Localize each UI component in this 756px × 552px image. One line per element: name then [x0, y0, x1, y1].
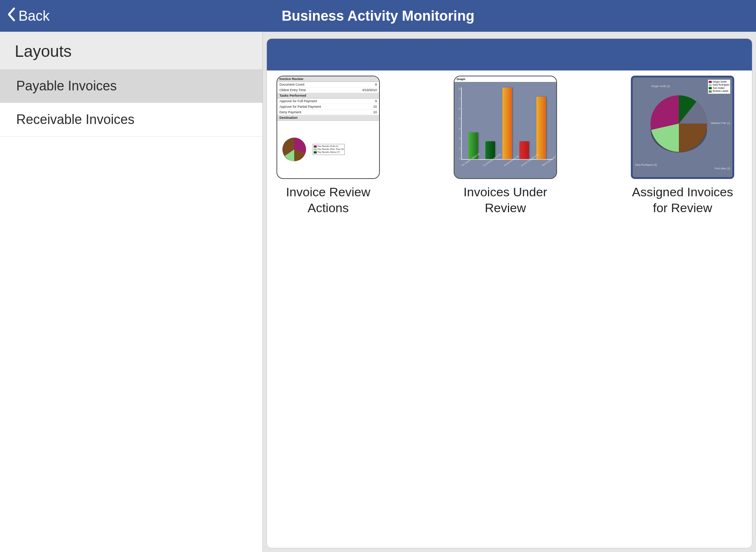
mini-section-title: Invoice Review: [277, 76, 379, 82]
bar: [502, 87, 512, 159]
bar-xlabels: File System (Start) (3) Purchasing Agent…: [461, 161, 553, 175]
pie-slice-label: Ginger Smith (1): [651, 85, 670, 87]
chevron-left-icon: [7, 7, 18, 25]
mini-row: Deny Payment10: [277, 110, 379, 115]
mini-row: Approve for Partial Payment15: [277, 104, 379, 110]
bar: [536, 97, 546, 159]
layout-thumbnail: Invoice Review Document Count8 Oldest En…: [276, 76, 380, 179]
mini-section-title: Destination: [277, 115, 379, 121]
sidebar-section-label: Layouts: [0, 32, 262, 69]
pie-icon: [279, 135, 309, 164]
bar-plot: [461, 87, 553, 160]
bar-yaxis: 8 7 6 5 4 3 2 1: [456, 87, 460, 160]
mini-section-title: Tasks Performed: [277, 93, 379, 99]
pie-icon: [647, 92, 710, 155]
pie-slice-label: Matthew Fritz (1): [711, 122, 730, 124]
mini-row: Document Count8: [277, 82, 379, 87]
bar: [519, 141, 529, 159]
sidebar-item-payable-invoices[interactable]: Payable Invoices: [0, 69, 262, 103]
mini-row: Approve for Full Payment9: [277, 99, 379, 104]
app-body: Layouts Payable Invoices Receivable Invo…: [0, 32, 756, 552]
layout-thumbnail: Ginger Smith Gary Rodriguez Tom Hollen A…: [631, 76, 734, 179]
bar: [485, 141, 495, 159]
layout-tile-assigned-invoices-for-review[interactable]: Ginger Smith Gary Rodriguez Tom Hollen A…: [631, 76, 734, 215]
thumb-tab-label: Graph: [454, 76, 556, 82]
sidebar-item-receivable-invoices[interactable]: Receivable Invoices: [0, 103, 262, 137]
sidebar-item-label: Receivable Invoices: [16, 112, 134, 127]
layout-tile-label: Assigned Invoices for Review: [631, 184, 734, 215]
sidebar-item-label: Payable Invoices: [16, 78, 117, 93]
pie-slice-label: Gary Rodriguez (2): [635, 163, 657, 166]
content-wrap: Invoice Review Document Count8 Oldest En…: [263, 32, 756, 552]
back-button[interactable]: Back: [0, 7, 49, 25]
mini-report: Invoice Review Document Count8 Oldest En…: [277, 76, 379, 178]
layout-grid: Invoice Review Document Count8 Oldest En…: [267, 70, 752, 548]
app-header: Back Business Activity Monitoring: [0, 0, 756, 32]
layout-tile-invoices-under-review[interactable]: Graph 8 7 6 5 4 3 2 1: [454, 76, 557, 215]
layout-thumbnail: Graph 8 7 6 5 4 3 2 1: [454, 76, 557, 179]
layout-tile-invoice-review-actions[interactable]: Invoice Review Document Count8 Oldest En…: [276, 76, 380, 215]
back-button-label: Back: [18, 8, 49, 24]
mini-legend: Pay Results (Full) (1) Pay Results (Part…: [313, 144, 345, 155]
sidebar: Layouts Payable Invoices Receivable Invo…: [0, 32, 263, 552]
mini-row: Oldest Entry Time4/19/2010: [277, 87, 379, 93]
layout-tile-label: Invoice Review Actions: [276, 184, 380, 215]
content-card-header: [267, 39, 752, 70]
pie-legend: Ginger Smith Gary Rodriguez Tom Hollen A…: [708, 80, 730, 94]
layout-tile-label: Invoices Under Review: [454, 184, 557, 215]
page-title: Business Activity Monitoring: [0, 8, 756, 24]
content-card: Invoice Review Document Count8 Oldest En…: [267, 38, 752, 548]
mini-report-bottom: Pay Results (Full) (1) Pay Results (Part…: [277, 121, 379, 178]
pie-slice-label: Fred Allen (3): [715, 167, 730, 170]
